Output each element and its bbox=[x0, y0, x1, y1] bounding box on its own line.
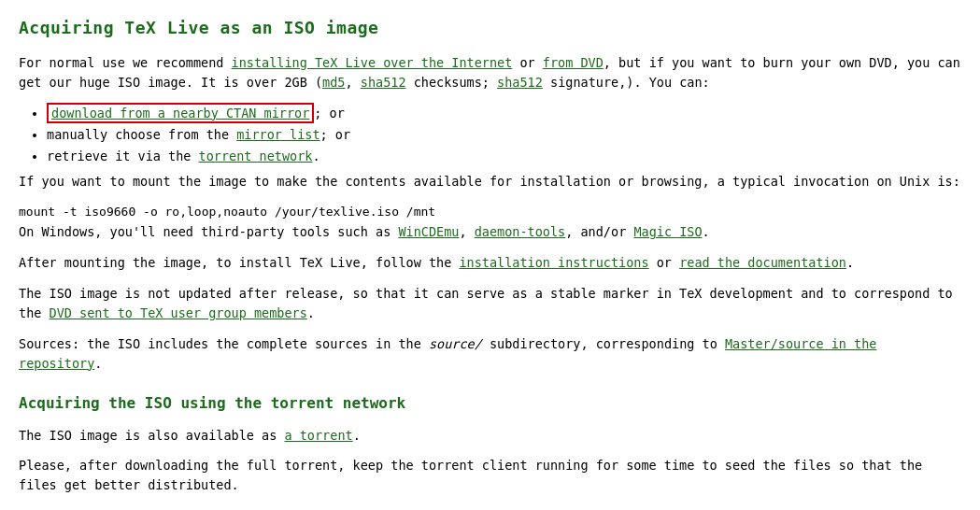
iso-not-updated-paragraph: The ISO image is not updated after relea… bbox=[19, 284, 961, 323]
torrent-available-paragraph: The ISO image is also available as a tor… bbox=[19, 426, 961, 446]
source-code: source/ bbox=[429, 336, 482, 351]
link-read-documentation[interactable]: read the documentation bbox=[679, 255, 846, 270]
link-a-torrent[interactable]: a torrent bbox=[284, 428, 352, 443]
para1-or: or bbox=[512, 55, 543, 70]
code-mount: mount -t iso9660 -o ro,loop,noauto /your… bbox=[19, 203, 961, 221]
para7-after: . bbox=[353, 428, 361, 443]
link-ctan-mirror[interactable]: download from a nearby CTAN mirror bbox=[51, 106, 309, 120]
windows-paragraph: On Windows, you'll need third-party tool… bbox=[19, 222, 961, 242]
para4-before: After mounting the image, to install TeX… bbox=[19, 255, 459, 270]
para3-andor: , and/or bbox=[565, 224, 633, 239]
para7-text: The ISO image is also available as bbox=[19, 428, 284, 443]
para1-comma1: , bbox=[346, 75, 361, 90]
para6-after: . bbox=[94, 356, 102, 371]
link-install-instructions[interactable]: installation instructions bbox=[459, 255, 648, 270]
list-item-3: retrieve it via the torrent network. bbox=[47, 147, 961, 166]
link-md5[interactable]: md5 bbox=[322, 75, 345, 90]
para3-after: . bbox=[703, 224, 710, 239]
mount-paragraph: If you want to mount the image to make t… bbox=[19, 172, 961, 191]
page-title-2: Acquiring the ISO using the torrent netw… bbox=[19, 392, 961, 415]
para3-before: On Windows, you'll need third-party tool… bbox=[19, 224, 398, 239]
para5-after: . bbox=[307, 305, 315, 320]
link-dvd[interactable]: from DVD bbox=[543, 55, 604, 70]
para2-text: If you want to mount the image to make t… bbox=[19, 174, 960, 189]
link-daemon-tools[interactable]: daemon-tools bbox=[475, 224, 566, 239]
sources-paragraph: Sources: the ISO includes the complete s… bbox=[19, 334, 961, 374]
bullet3-before: retrieve it via the bbox=[47, 149, 199, 163]
link-sha512-1[interactable]: sha512 bbox=[361, 75, 406, 90]
list-item-1: download from a nearby CTAN mirror; or bbox=[47, 104, 961, 123]
para4-or: or bbox=[649, 255, 680, 270]
para6-mid: subdirectory, corresponding to bbox=[482, 336, 725, 351]
para3-comma: , bbox=[459, 224, 474, 239]
para8-text: Please, after downloading the full torre… bbox=[19, 458, 922, 492]
bullet1-after: ; or bbox=[314, 106, 345, 120]
para6-before: Sources: the ISO includes the complete s… bbox=[19, 336, 429, 351]
list-item-2: manually choose from the mirror list; or bbox=[47, 125, 961, 145]
link-mirror-list[interactable]: mirror list bbox=[236, 127, 320, 142]
link-wincdemu[interactable]: WinCDEmu bbox=[398, 224, 459, 239]
link-internet[interactable]: installing TeX Live over the Internet bbox=[232, 55, 513, 70]
link-magic-iso[interactable]: Magic ISO bbox=[633, 224, 702, 239]
page-title-1: Acquiring TeX Live as an ISO image bbox=[19, 15, 961, 40]
bullet-list: download from a nearby CTAN mirror; or m… bbox=[47, 104, 961, 166]
para1-sig: signature,). You can: bbox=[543, 75, 710, 90]
link-sha512-2[interactable]: sha512 bbox=[497, 75, 543, 90]
bullet2-after: ; or bbox=[320, 127, 351, 142]
after-mount-paragraph: After mounting the image, to install TeX… bbox=[19, 253, 961, 273]
intro-paragraph: For normal use we recommend installing T… bbox=[19, 53, 961, 92]
para1-checksums: checksums; bbox=[406, 75, 498, 90]
link-torrent-network[interactable]: torrent network bbox=[199, 149, 313, 163]
bullet2-before: manually choose from the bbox=[47, 127, 236, 142]
seed-paragraph: Please, after downloading the full torre… bbox=[19, 456, 961, 495]
bullet3-after: . bbox=[312, 149, 320, 163]
para1-text-before: For normal use we recommend bbox=[19, 55, 232, 70]
para4-after: . bbox=[846, 255, 854, 270]
link-dvd-members[interactable]: DVD sent to TeX user group members bbox=[50, 305, 307, 320]
